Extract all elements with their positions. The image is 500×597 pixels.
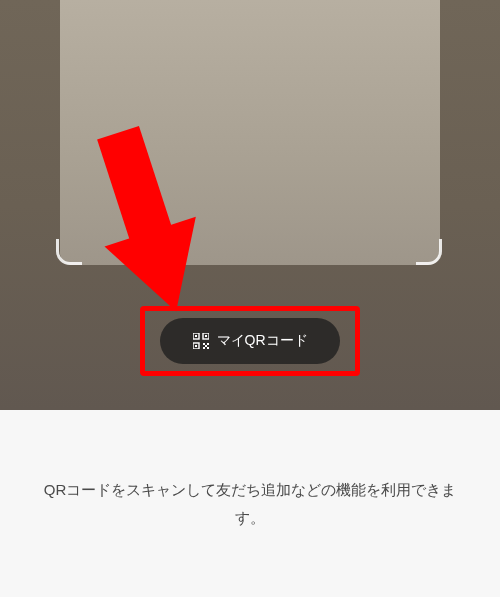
scan-corner-bottom-left — [56, 239, 82, 265]
svg-rect-5 — [195, 345, 197, 347]
instruction-area: QRコードをスキャンして友だち追加などの機能を利用できます。 — [0, 410, 500, 597]
camera-scan-area: マイQRコード — [0, 0, 500, 410]
scan-frame — [60, 0, 440, 265]
svg-rect-10 — [205, 345, 207, 347]
svg-rect-9 — [207, 347, 209, 349]
my-qr-code-button[interactable]: マイQRコード — [160, 318, 340, 364]
svg-rect-7 — [207, 343, 209, 345]
qr-icon — [193, 333, 209, 349]
svg-rect-1 — [195, 335, 197, 337]
my-qr-code-label: マイQRコード — [217, 332, 308, 350]
svg-rect-6 — [203, 343, 205, 345]
instruction-text: QRコードをスキャンして友だち追加などの機能を利用できます。 — [42, 476, 458, 532]
svg-rect-8 — [203, 347, 205, 349]
svg-rect-3 — [205, 335, 207, 337]
scan-corner-bottom-right — [416, 239, 442, 265]
